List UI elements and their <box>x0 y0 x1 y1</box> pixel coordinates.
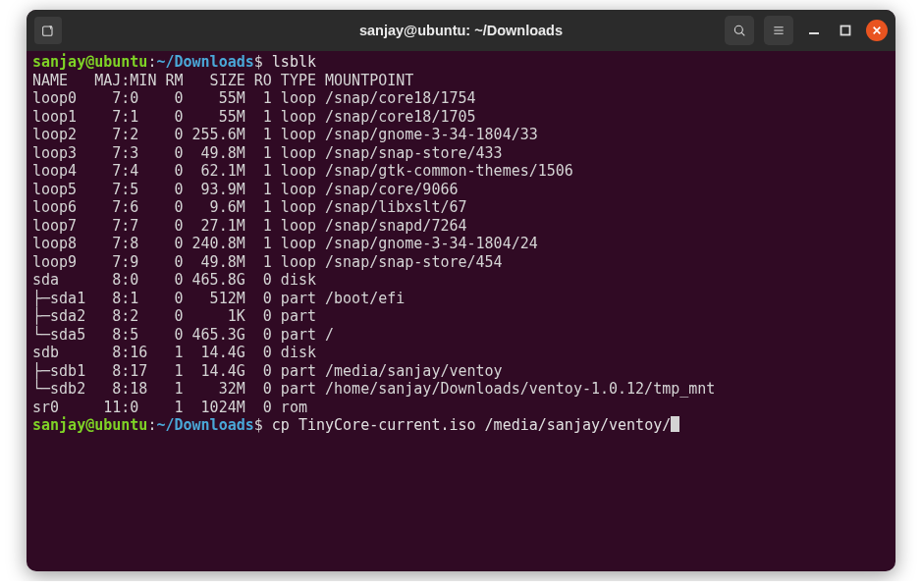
lsblk-row: loop1 7:1 0 55M 1 loop /snap/core18/1705 <box>32 108 890 127</box>
titlebar-left <box>34 17 62 44</box>
lsblk-row: loop7 7:7 0 27.1M 1 loop /snap/snapd/726… <box>32 217 890 236</box>
prompt-sigil: $ <box>254 416 272 434</box>
lsblk-row: loop0 7:0 0 55M 1 loop /snap/core18/1754 <box>32 89 890 108</box>
prompt-userhost: sanjay@ubuntu <box>32 416 147 434</box>
svg-rect-2 <box>841 27 850 35</box>
prompt-userhost: sanjay@ubuntu <box>32 53 147 71</box>
prompt-path: ~/Downloads <box>156 416 253 434</box>
lsblk-row: loop8 7:8 0 240.8M 1 loop /snap/gnome-3-… <box>32 235 890 253</box>
terminal-body[interactable]: sanjay@ubuntu:~/Downloads$ lsblkNAME MAJ… <box>27 51 895 571</box>
lsblk-row: sdb 8:16 1 14.4G 0 disk <box>32 344 890 362</box>
prompt-path: ~/Downloads <box>156 53 253 71</box>
lsblk-row: └─sda5 8:5 0 465.3G 0 part / <box>32 326 890 345</box>
terminal-window: sanjay@ubuntu: ~/Downloads sanjay@ubuntu… <box>27 10 895 571</box>
minimize-icon <box>808 25 820 36</box>
lsblk-row: ├─sda1 8:1 0 512M 0 part /boot/efi <box>32 290 890 308</box>
titlebar: sanjay@ubuntu: ~/Downloads <box>27 10 895 51</box>
close-button[interactable] <box>866 20 888 41</box>
lsblk-row: loop4 7:4 0 62.1M 1 loop /snap/gtk-commo… <box>32 162 890 181</box>
svg-point-1 <box>734 26 742 33</box>
new-tab-icon <box>40 23 56 38</box>
lsblk-row: sr0 11:0 1 1024M 0 rom <box>32 399 890 417</box>
cursor <box>671 416 679 432</box>
prompt-line-2: sanjay@ubuntu:~/Downloads$ cp TinyCore-c… <box>32 416 890 435</box>
close-icon <box>872 26 882 35</box>
menu-button[interactable] <box>764 16 793 45</box>
lsblk-row: loop6 7:6 0 9.6M 1 loop /snap/libxslt/67 <box>32 198 890 217</box>
prompt-line-1: sanjay@ubuntu:~/Downloads$ lsblk <box>32 53 890 72</box>
search-button[interactable] <box>725 16 754 45</box>
maximize-icon <box>840 25 851 36</box>
titlebar-right <box>725 16 888 45</box>
minimize-button[interactable] <box>803 20 825 41</box>
maximize-button[interactable] <box>835 20 856 41</box>
command-text: lsblk <box>272 53 316 71</box>
lsblk-row: loop2 7:2 0 255.6M 1 loop /snap/gnome-3-… <box>32 126 890 144</box>
lsblk-row: loop9 7:9 0 49.8M 1 loop /snap/snap-stor… <box>32 253 890 272</box>
prompt-sigil: $ <box>254 53 272 71</box>
lsblk-row: sda 8:0 0 465.8G 0 disk <box>32 271 890 290</box>
lsblk-row: └─sdb2 8:18 1 32M 0 part /home/sanjay/Do… <box>32 380 890 399</box>
command-text: cp TinyCore-current.iso /media/sanjay/ve… <box>272 416 671 434</box>
lsblk-row: loop5 7:5 0 93.9M 1 loop /snap/core/9066 <box>32 181 890 199</box>
lsblk-row: ├─sdb1 8:17 1 14.4G 0 part /media/sanjay… <box>32 362 890 381</box>
new-tab-button[interactable] <box>34 17 62 44</box>
lsblk-header: NAME MAJ:MIN RM SIZE RO TYPE MOUNTPOINT <box>32 72 890 90</box>
search-icon <box>732 23 747 38</box>
lsblk-row: loop3 7:3 0 49.8M 1 loop /snap/snap-stor… <box>32 144 890 163</box>
lsblk-row: ├─sda2 8:2 0 1K 0 part <box>32 307 890 326</box>
hamburger-icon <box>771 23 786 38</box>
